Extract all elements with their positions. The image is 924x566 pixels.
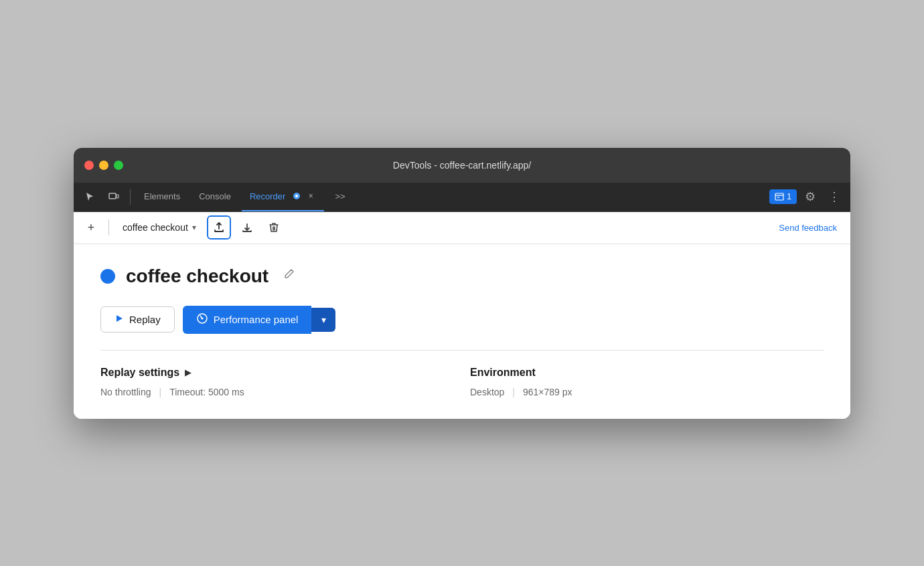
environment-section: Environment Desktop | 961×789 px (470, 367, 824, 397)
window-title: DevTools - coffee-cart.netlify.app/ (393, 160, 531, 171)
edit-title-icon[interactable] (282, 268, 295, 284)
minimize-button[interactable] (99, 161, 108, 170)
recorder-toolbar-divider (108, 219, 109, 235)
recorder-content: coffee checkout Replay (74, 244, 850, 419)
tab-recorder[interactable]: Recorder × (242, 182, 324, 211)
env-type: Desktop (470, 387, 504, 397)
toolbar-divider-1 (130, 189, 131, 205)
svg-rect-0 (109, 193, 116, 199)
devtools-toolbar: Elements Console Recorder × >> 1 (74, 183, 850, 212)
delete-recording-button[interactable] (263, 217, 285, 238)
replay-settings-title[interactable]: Replay settings ▶ (100, 367, 454, 379)
settings-separator: | (159, 387, 161, 397)
settings-divider (100, 350, 824, 351)
environment-title: Environment (470, 367, 824, 379)
cursor-icon[interactable] (79, 186, 100, 207)
tab-more[interactable]: >> (327, 182, 353, 211)
chevron-down-icon: ▾ (192, 223, 196, 232)
recording-title: coffee checkout (126, 266, 268, 287)
chevron-down-icon: ▾ (321, 314, 326, 325)
maximize-button[interactable] (114, 161, 123, 170)
export-button[interactable] (207, 215, 231, 240)
performance-panel-button[interactable]: Performance panel (183, 306, 312, 334)
performance-icon (196, 312, 208, 327)
recorder-close-icon[interactable]: × (305, 191, 316, 201)
replay-settings-section: Replay settings ▶ No throttling | Timeou… (100, 367, 454, 397)
performance-panel-dropdown[interactable]: ▾ (311, 308, 335, 332)
import-button[interactable] (236, 217, 258, 238)
expand-settings-icon: ▶ (185, 368, 191, 377)
tab-elements[interactable]: Elements (136, 182, 188, 211)
throttling-label: No throttling (100, 387, 151, 397)
tab-console[interactable]: Console (191, 182, 239, 211)
replay-button[interactable]: Replay (100, 306, 175, 333)
svg-rect-4 (775, 193, 783, 200)
replay-settings-details: No throttling | Timeout: 5000 ms (100, 387, 454, 397)
recording-selector[interactable]: coffee checkout ▾ (117, 219, 202, 235)
settings-icon[interactable]: ⚙ (799, 186, 821, 207)
traffic-lights (84, 161, 123, 170)
env-separator: | (512, 387, 515, 397)
recording-header: coffee checkout (100, 266, 824, 287)
env-size: 961×789 px (523, 387, 572, 397)
settings-grid: Replay settings ▶ No throttling | Timeou… (100, 367, 824, 397)
devtools-window: DevTools - coffee-cart.netlify.app/ Elem… (74, 148, 850, 419)
recording-name: coffee checkout (123, 222, 188, 233)
notification-count: 1 (787, 192, 791, 201)
play-icon (114, 314, 124, 325)
svg-rect-1 (117, 195, 119, 198)
timeout-label: Timeout: 5000 ms (169, 387, 244, 397)
device-toolbar-icon[interactable] (103, 186, 125, 207)
svg-marker-7 (117, 315, 123, 322)
recorder-toolbar: + coffee checkout ▾ Send feedback (74, 212, 850, 244)
more-options-icon[interactable]: ⋮ (824, 186, 845, 207)
environment-details: Desktop | 961×789 px (470, 387, 824, 397)
send-feedback-button[interactable]: Send feedback (773, 220, 842, 235)
close-button[interactable] (84, 161, 94, 170)
svg-point-3 (295, 195, 298, 197)
action-buttons: Replay Performance panel ▾ (100, 306, 824, 334)
recording-status-dot (100, 269, 115, 284)
svg-point-9 (201, 317, 203, 319)
notification-button[interactable]: 1 (769, 189, 797, 204)
add-recording-button[interactable]: + (82, 218, 100, 237)
titlebar: DevTools - coffee-cart.netlify.app/ (74, 148, 850, 183)
